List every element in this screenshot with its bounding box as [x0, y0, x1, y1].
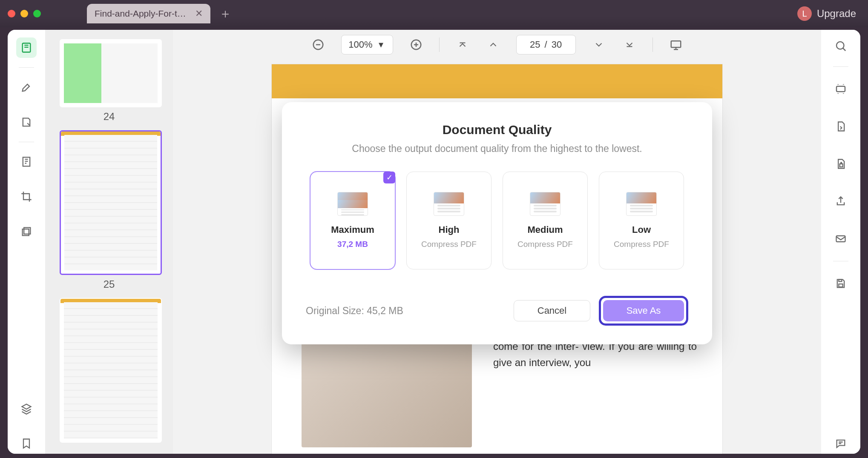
quality-name: Medium: [527, 224, 563, 235]
annotate-tool-button[interactable]: [16, 112, 37, 132]
separator: [833, 66, 848, 67]
check-icon: ✓: [383, 172, 395, 183]
svg-rect-2: [23, 229, 29, 235]
avatar: L: [797, 6, 812, 21]
quality-name: Maximum: [331, 224, 374, 235]
last-page-button[interactable]: [622, 37, 637, 52]
next-page-button[interactable]: [591, 37, 606, 52]
batch-tool-button[interactable]: [16, 221, 37, 242]
protect-button[interactable]: [831, 154, 851, 174]
total-pages: 30: [552, 39, 562, 50]
thumb-page-number: 24: [60, 111, 158, 123]
save-as-highlight: Save As: [599, 296, 688, 326]
quality-option-high[interactable]: High Compress PDF: [406, 172, 491, 269]
quality-detail: Compress PDF: [517, 240, 573, 249]
left-tool-rail: [8, 30, 45, 454]
zoom-level-value: 100%: [348, 39, 372, 50]
dialog-backdrop: Document Quality Choose the output docum…: [173, 60, 821, 454]
svg-rect-12: [839, 280, 842, 282]
separator: [439, 37, 440, 52]
svg-rect-9: [840, 164, 843, 167]
close-window-icon[interactable]: [8, 10, 15, 17]
separator: [652, 37, 653, 52]
current-page: 25: [530, 39, 540, 50]
svg-rect-10: [836, 236, 845, 242]
zoom-out-button[interactable]: [310, 37, 326, 52]
page-thumbnail[interactable]: [60, 298, 158, 443]
separator: [19, 142, 34, 142]
layers-button[interactable]: [16, 398, 37, 419]
original-size-label: Original Size: 45,2 MB: [306, 305, 403, 317]
email-button[interactable]: [831, 229, 851, 249]
page-thumbnail-selected[interactable]: 25: [60, 130, 158, 290]
document-tab[interactable]: Find-and-Apply-For-the-B ✕: [87, 4, 210, 23]
save-as-button[interactable]: Save As: [603, 300, 684, 321]
new-tab-button[interactable]: ＋: [219, 5, 232, 23]
svg-rect-11: [839, 284, 842, 287]
bookmark-button[interactable]: [16, 433, 37, 454]
quality-option-maximum[interactable]: ✓ Maximum 37,2 MB: [310, 172, 395, 269]
svg-rect-6: [671, 41, 681, 47]
close-tab-icon[interactable]: ✕: [195, 8, 203, 19]
highlighter-tool-button[interactable]: [16, 77, 37, 97]
page-indicator[interactable]: 25 / 30: [516, 35, 576, 54]
quality-option-medium[interactable]: Medium Compress PDF: [503, 172, 588, 269]
quality-thumb-icon: [337, 192, 368, 216]
document-quality-dialog: Document Quality Choose the output docum…: [282, 102, 712, 344]
page-sep: /: [545, 39, 547, 50]
view-toolbar: 100% ▾ 25 / 30: [173, 30, 821, 60]
document-area: 100% ▾ 25 / 30: [173, 30, 821, 454]
dialog-subtitle: Choose the output document quality from …: [306, 143, 688, 155]
dialog-footer: Original Size: 45,2 MB Cancel Save As: [306, 296, 688, 326]
quality-name: Low: [632, 224, 651, 235]
right-tool-rail: [821, 30, 860, 454]
convert-button[interactable]: [831, 116, 851, 137]
first-page-button[interactable]: [455, 37, 470, 52]
share-button[interactable]: [831, 191, 851, 212]
minimize-window-icon[interactable]: [20, 10, 28, 17]
quality-thumb-icon: [626, 192, 657, 216]
titlebar: Find-and-Apply-For-the-B ✕ ＋ L Upgrade: [0, 0, 868, 27]
quality-detail: 37,2 MB: [337, 240, 368, 249]
crop-tool-button[interactable]: [16, 186, 37, 207]
maximize-window-icon[interactable]: [33, 10, 41, 17]
quality-detail: Compress PDF: [421, 240, 477, 249]
page-viewport[interactable]: ns cided about a ersity, begin the cessa…: [173, 60, 821, 454]
quality-options: ✓ Maximum 37,2 MB High Compress PDF: [306, 172, 688, 269]
quality-thumb-icon: [530, 192, 560, 216]
quality-detail: Compress PDF: [614, 240, 669, 249]
separator: [19, 67, 34, 68]
svg-rect-8: [836, 86, 845, 92]
workspace: 24 25 100% ▾: [8, 30, 860, 454]
save-button[interactable]: [831, 273, 851, 294]
ocr-button[interactable]: [831, 79, 851, 99]
search-button[interactable]: [832, 37, 849, 54]
thumb-page-number: 25: [60, 278, 158, 290]
zoom-in-button[interactable]: [408, 37, 424, 52]
comments-button[interactable]: [831, 433, 851, 454]
svg-rect-3: [24, 228, 30, 234]
page-tool-button[interactable]: [16, 152, 37, 172]
quality-option-low[interactable]: Low Compress PDF: [599, 172, 684, 269]
thumbnail-panel: 24 25: [45, 30, 173, 454]
upgrade-label: Upgrade: [817, 8, 856, 20]
tab-title: Find-and-Apply-For-the-B: [95, 9, 189, 19]
upgrade-button[interactable]: L Upgrade: [797, 6, 856, 21]
zoom-level-select[interactable]: 100% ▾: [341, 35, 393, 54]
prev-page-button[interactable]: [486, 37, 501, 52]
chevron-down-icon: ▾: [379, 39, 383, 50]
cancel-button[interactable]: Cancel: [514, 300, 590, 321]
svg-point-7: [836, 42, 844, 49]
dialog-title: Document Quality: [306, 123, 688, 137]
page-thumbnail[interactable]: 24: [60, 39, 158, 123]
reader-mode-button[interactable]: [16, 37, 37, 58]
presentation-button[interactable]: [668, 37, 684, 52]
separator: [833, 261, 848, 261]
quality-name: High: [439, 224, 460, 235]
quality-thumb-icon: [434, 192, 464, 216]
window-controls: [8, 10, 41, 17]
